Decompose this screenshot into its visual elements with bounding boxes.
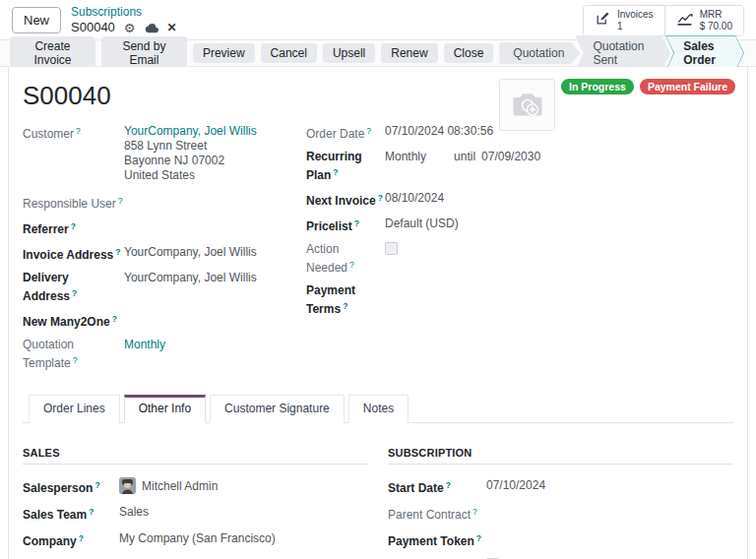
notebook-tabs: Order Lines Other Info Customer Signatur…: [23, 394, 733, 423]
help-marker: ?: [112, 314, 117, 324]
quotation-template-link[interactable]: Monthly: [124, 338, 165, 351]
next-invoice-value[interactable]: 08/10/2024: [385, 190, 444, 209]
help-marker: ?: [115, 247, 120, 257]
field-salesperson: Salesperson? Mitchell Admin: [23, 477, 368, 496]
field-start-date: Start Date? 07/10/2024: [388, 477, 733, 496]
invoices-stat-button[interactable]: Invoices 1: [584, 6, 664, 35]
cloud-save-icon[interactable]: [145, 23, 158, 33]
customer-address-line: 858 Lynn Street: [124, 139, 257, 154]
field-customer: Customer? YourCompany, Joel Willis 858 L…: [23, 123, 306, 186]
close-icon[interactable]: ✕: [167, 22, 177, 33]
statusbar: Quotation Quotation Sent Sales Order: [499, 35, 744, 71]
help-marker: ?: [366, 126, 371, 136]
status-step-quotation-sent[interactable]: Quotation Sent: [575, 35, 670, 71]
field-responsible-user: Responsible User?: [23, 193, 306, 212]
tab-customer-signature[interactable]: Customer Signature: [210, 395, 345, 423]
camera-icon: [510, 88, 545, 122]
field-referrer: Referrer?: [23, 218, 306, 237]
create-invoice-button[interactable]: Create Invoice: [10, 36, 95, 70]
field-new-many2one: New Many2One?: [23, 311, 306, 330]
action-needed-checkbox[interactable]: [385, 242, 398, 255]
status-badge-in-progress: In Progress: [561, 79, 634, 94]
order-date-value[interactable]: 07/10/2024 08:30:56: [385, 123, 493, 142]
help-marker: ?: [76, 126, 81, 136]
help-marker: ?: [94, 480, 99, 490]
field-next-invoice: Next Invoice? 08/10/2024: [306, 190, 733, 209]
field-invoice-address: Invoice Address? YourCompany, Joel Willi…: [23, 244, 306, 263]
field-payment-terms: Payment Terms?: [306, 282, 733, 317]
help-marker: ?: [118, 196, 123, 206]
tab-notes[interactable]: Notes: [348, 395, 409, 423]
help-marker: ?: [71, 221, 76, 231]
sales-section: SALES Salesperson? Mitchell Admin Sales …: [23, 447, 368, 559]
action-bar: Create Invoice Send by Email Preview Can…: [0, 39, 756, 67]
field-pricelist: Pricelist? Default (USD): [306, 216, 733, 234]
breadcrumb: Subscriptions S00040 ⚙ ✕: [71, 5, 177, 35]
field-action-needed: Action Needed?: [306, 241, 733, 276]
field-quotation-template: Quotation Template? Monthly: [23, 337, 306, 371]
field-sales-team: Sales Team? Sales: [23, 504, 368, 523]
status-badge-payment-failure: Payment Failure: [640, 79, 735, 94]
renew-button[interactable]: Renew: [381, 43, 437, 63]
until-label: until: [454, 150, 475, 163]
new-button[interactable]: New: [12, 7, 61, 33]
customer-address-line: United States: [124, 168, 257, 183]
help-marker: ?: [446, 480, 451, 490]
status-step-quotation[interactable]: Quotation: [499, 42, 580, 64]
upsell-button[interactable]: Upsell: [323, 43, 375, 63]
stat-button-group: Invoices 1 MRR $ 70.00: [583, 5, 744, 36]
preview-button[interactable]: Preview: [193, 43, 255, 63]
help-marker: ?: [89, 507, 94, 517]
help-marker: ?: [73, 355, 78, 365]
salesperson-value[interactable]: Mitchell Admin: [142, 479, 218, 493]
field-parent-contract: Parent Contract?: [388, 504, 733, 523]
invoice-address-value[interactable]: YourCompany, Joel Willis: [124, 244, 257, 263]
status-step-sales-order[interactable]: Sales Order: [665, 35, 744, 71]
help-marker: ?: [472, 507, 477, 517]
field-recurring-plan: Recurring Plan? Monthlyuntil07/09/2030: [306, 149, 733, 183]
send-by-email-button[interactable]: Send by Email: [101, 36, 187, 70]
help-marker: ?: [333, 167, 338, 177]
help-marker: ?: [378, 193, 383, 203]
help-marker: ?: [343, 301, 347, 311]
subscription-section: SUBSCRIPTION Start Date? 07/10/2024 Pare…: [388, 447, 733, 559]
cancel-button[interactable]: Cancel: [261, 43, 317, 63]
help-marker: ?: [79, 533, 84, 543]
avatar: [119, 477, 136, 494]
field-delivery-address: Delivery Address? YourCompany, Joel Will…: [23, 270, 306, 304]
help-marker: ?: [476, 533, 481, 543]
breadcrumb-bar: New Subscriptions S00040 ⚙ ✕ Invoices 1: [0, 0, 756, 39]
form-sheet: In Progress Payment Failure S00040 Custo…: [8, 67, 748, 559]
help-marker: ?: [349, 260, 354, 270]
start-date-value[interactable]: 07/10/2024: [486, 477, 545, 496]
record-image-placeholder[interactable]: [499, 79, 555, 131]
subscription-section-title: SUBSCRIPTION: [388, 447, 733, 465]
breadcrumb-parent-link[interactable]: Subscriptions: [71, 5, 177, 20]
company-value[interactable]: My Company (San Francisco): [119, 530, 276, 549]
tab-other-info[interactable]: Other Info: [124, 395, 206, 423]
help-marker: ?: [354, 218, 359, 228]
tab-order-lines[interactable]: Order Lines: [29, 395, 120, 423]
gear-icon[interactable]: ⚙: [124, 22, 136, 34]
close-button[interactable]: Close: [444, 43, 494, 63]
breadcrumb-current: S00040: [71, 20, 115, 35]
customer-address-line: Bayonne NJ 07002: [124, 154, 257, 168]
chart-icon: [676, 12, 693, 30]
recurring-plan-value[interactable]: Monthly: [385, 150, 426, 163]
delivery-address-value[interactable]: YourCompany, Joel Willis: [124, 270, 257, 304]
sales-section-title: SALES: [23, 447, 368, 465]
help-marker: ?: [72, 288, 77, 298]
mrr-stat-button[interactable]: MRR $ 70.00: [664, 6, 743, 35]
field-company: Company? My Company (San Francisco): [23, 530, 368, 549]
customer-link[interactable]: YourCompany, Joel Willis: [124, 124, 257, 138]
pricelist-value[interactable]: Default (USD): [385, 216, 459, 234]
until-date-value[interactable]: 07/09/2030: [481, 150, 540, 163]
edit-icon: [595, 11, 610, 30]
sales-team-value[interactable]: Sales: [119, 504, 149, 523]
field-payment-token: Payment Token?: [388, 530, 733, 549]
